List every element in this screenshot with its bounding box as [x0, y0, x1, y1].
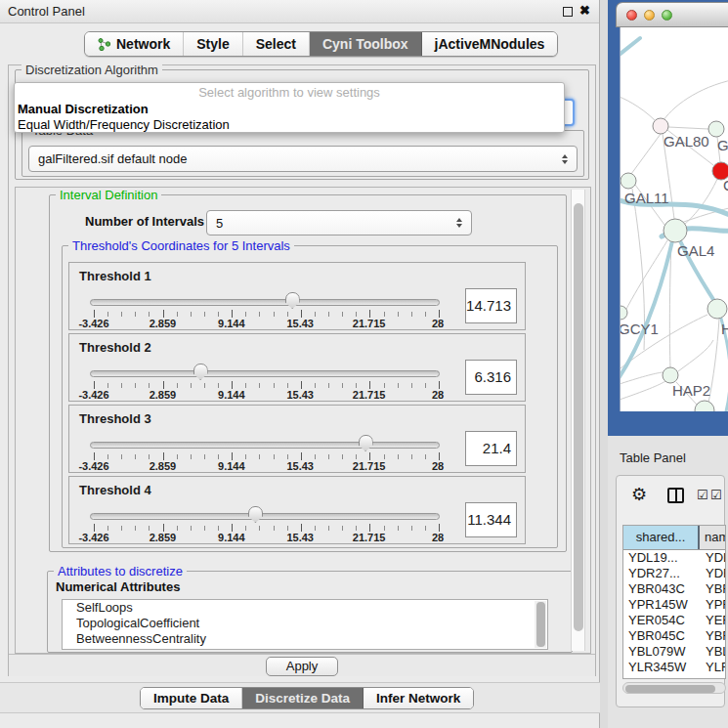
table-row[interactable]: YPR145WYPR145W — [623, 597, 725, 613]
apply-button[interactable]: Apply — [266, 657, 338, 676]
network-node-GCY1[interactable] — [621, 306, 627, 320]
table-row[interactable]: YLR345WYLR345W — [623, 660, 725, 675]
threshold-value-field[interactable]: 6.316 — [465, 360, 517, 395]
tab-cyni-toolbox[interactable]: Cyni Toolbox — [310, 32, 422, 56]
split-columns-icon[interactable] — [667, 488, 684, 503]
network-edge[interactable] — [621, 372, 663, 385]
network-edge[interactable] — [668, 127, 708, 129]
cell-name[interactable]: YPR145W — [700, 597, 725, 613]
network-edge[interactable] — [685, 177, 718, 224]
threshold-value-field[interactable]: 11.344 — [465, 502, 517, 537]
network-node[interactable] — [695, 401, 714, 411]
threshold-slider-thumb[interactable] — [359, 435, 373, 451]
threshold-slider-thumb[interactable] — [248, 506, 263, 523]
tab-infer-network[interactable]: Infer Network — [364, 688, 473, 708]
attribute-list-item[interactable]: BetweennessCentrality — [63, 631, 547, 647]
cell-name[interactable]: YLR345W — [700, 660, 725, 675]
network-node-H[interactable] — [707, 299, 727, 319]
column-header-name[interactable]: name — [700, 526, 725, 549]
tab-select[interactable]: Select — [243, 32, 310, 56]
attribute-list-item[interactable]: TopologicalCoefficient — [63, 616, 547, 631]
axis-tick-label: 28 — [432, 389, 444, 401]
threshold-slider-thumb[interactable] — [285, 292, 300, 309]
network-node-GAL11[interactable] — [621, 173, 636, 189]
cell-shared-name[interactable]: YBR045C — [623, 628, 700, 644]
cell-shared-name[interactable]: YLR345W — [623, 660, 700, 675]
attribute-list-item[interactable]: SelfLoops — [63, 600, 547, 616]
gear-icon[interactable]: ⚙ — [631, 484, 647, 505]
network-edge[interactable] — [669, 242, 671, 367]
window-minimize-icon[interactable] — [644, 10, 655, 21]
checkbox-icon[interactable]: ☑ — [697, 488, 708, 502]
cell-shared-name[interactable]: YBL079W — [623, 644, 700, 660]
settings-vertical-scrollbar[interactable] — [571, 190, 585, 651]
float-window-icon[interactable] — [563, 7, 573, 17]
network-edge[interactable] — [678, 340, 713, 371]
window-zoom-icon[interactable] — [662, 10, 672, 21]
tab-network[interactable]: Network — [85, 32, 184, 56]
table-horizontal-scrollbar[interactable] — [622, 682, 726, 694]
cell-name[interactable]: YBR045C — [700, 628, 725, 644]
network-window-titlebar[interactable] — [616, 2, 728, 27]
threshold-slider-track[interactable] — [90, 442, 440, 449]
table-row[interactable]: YBL079WYBL079W — [623, 644, 725, 660]
threshold-slider-track[interactable] — [90, 513, 440, 520]
axis-tick-label: 15.43 — [286, 389, 314, 401]
table-row[interactable]: YDL19...YDL19 — [623, 550, 725, 566]
axis-tick-label: 15.43 — [286, 532, 314, 543]
table-data-combobox[interactable]: galFiltered.sif default node — [28, 146, 578, 172]
network-view-window: GAL80GALCGAL11GAL4GCY1HHAP2 — [608, 0, 728, 436]
network-canvas[interactable]: GAL80GALCGAL11GAL4GCY1HHAP2 — [620, 27, 728, 411]
network-edge[interactable] — [664, 78, 728, 120]
threshold-slider-thumb[interactable] — [193, 364, 208, 380]
network-edge[interactable] — [625, 240, 667, 311]
network-edge[interactable] — [621, 381, 665, 401]
cell-name[interactable]: YBL079W — [700, 644, 725, 660]
number-of-intervals-combobox[interactable]: 5 — [206, 210, 472, 236]
close-icon[interactable]: ✖ — [579, 3, 590, 18]
cell-name[interactable]: YDR27 — [700, 566, 725, 581]
column-header-shared-name[interactable]: shared... — [623, 526, 700, 549]
cell-name[interactable]: YER054C — [700, 613, 725, 628]
cell-shared-name[interactable]: YDL19... — [623, 550, 700, 566]
discretization-algorithm-group-title: Discretization Algorithm — [21, 63, 162, 77]
network-edge-thick[interactable] — [621, 236, 673, 381]
tab-jactivemnodules[interactable]: jActiveMNodules — [422, 32, 558, 56]
numerical-attributes-list[interactable]: SelfLoopsTopologicalCoefficientBetweenne… — [62, 599, 548, 650]
threshold-value-field[interactable]: 21.4 — [465, 431, 517, 466]
table-row[interactable]: YDR27...YDR27 — [623, 566, 725, 581]
cell-shared-name[interactable]: YIL052C — [623, 675, 700, 679]
network-node-GAL80[interactable] — [653, 118, 668, 134]
threshold-value-field[interactable]: 14.713 — [465, 288, 517, 323]
cell-name[interactable]: YBR043C — [700, 581, 725, 597]
table-row[interactable]: YER054CYER054C — [623, 613, 725, 628]
table-panel-title: Table Panel — [620, 450, 686, 465]
cell-name[interactable]: YDL19 — [700, 550, 725, 566]
cell-shared-name[interactable]: YBR043C — [623, 581, 700, 597]
threshold-slider-track[interactable] — [90, 370, 440, 377]
network-node-GAL4[interactable] — [664, 219, 687, 242]
network-edge[interactable] — [631, 134, 661, 174]
table-row[interactable]: YIL052CYIL052C — [623, 675, 725, 679]
cell-name[interactable]: YIL052C — [700, 675, 725, 679]
threshold-slider-track[interactable] — [90, 299, 440, 306]
attributes-scrollbar[interactable] — [535, 601, 546, 648]
network-node-label: H — [721, 321, 728, 337]
window-close-icon[interactable] — [626, 10, 637, 21]
algorithm-option-manual[interactable]: Manual Discretization — [18, 102, 149, 116]
network-edge-thick[interactable] — [621, 38, 640, 57]
tab-discretize-data[interactable]: Discretize Data — [242, 688, 364, 708]
tab-style[interactable]: Style — [184, 32, 242, 56]
tab-impute-data[interactable]: Impute Data — [141, 688, 242, 708]
table-row[interactable]: YBR045CYBR045C — [623, 628, 725, 644]
table-row[interactable]: YBR043CYBR043C — [623, 581, 725, 597]
cell-shared-name[interactable]: YPR145W — [623, 597, 700, 613]
tab-network-label: Network — [116, 36, 170, 52]
checkbox-icon[interactable]: ☑ — [710, 488, 722, 502]
cell-shared-name[interactable]: YER054C — [623, 613, 700, 628]
network-node-GAL[interactable] — [708, 121, 724, 137]
cell-shared-name[interactable]: YDR27... — [623, 566, 700, 581]
network-node-HAP2[interactable] — [663, 367, 678, 383]
algorithm-option-equal-width[interactable]: Equal Width/Frequency Discretization — [18, 117, 230, 132]
network-edge[interactable] — [621, 96, 656, 121]
